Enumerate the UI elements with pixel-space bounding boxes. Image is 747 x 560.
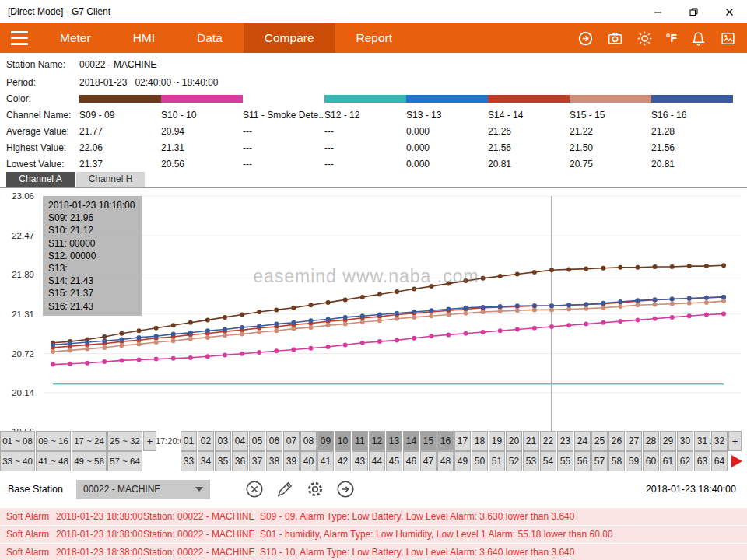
channel-number-button[interactable]: 34 [198, 451, 214, 471]
channel-number-button[interactable]: 61 [660, 451, 676, 471]
base-station-dropdown[interactable]: 00022 - MACHINE [76, 480, 210, 499]
add-channel-button[interactable]: + [728, 431, 742, 451]
channel-group-button[interactable]: 25 ~ 32 [107, 431, 142, 451]
channel-number-button[interactable]: 11 [352, 431, 368, 451]
close-button[interactable] [711, 0, 747, 23]
alarm-row[interactable]: Soft Alarm2018-01-23 18:38:00Station: 00… [0, 526, 747, 543]
alarm-row[interactable]: Soft Alarm2018-01-23 18:38:00Station: 00… [0, 544, 747, 560]
camera-icon[interactable] [607, 30, 623, 47]
refresh-icon[interactable] [577, 30, 594, 47]
channel-number-button[interactable]: 48 [437, 451, 454, 471]
channel-number-button[interactable]: 54 [540, 451, 556, 471]
channel-number-button[interactable]: 21 [523, 431, 539, 451]
nav-item-meter[interactable]: Meter [39, 23, 112, 53]
channel-number-button[interactable]: 30 [677, 431, 693, 451]
channel-number-button[interactable]: 53 [523, 451, 539, 471]
channel-number-button[interactable]: 59 [626, 451, 642, 471]
channel-number-button[interactable]: 50 [472, 451, 488, 471]
menu-icon[interactable] [0, 23, 39, 53]
channel-number-button[interactable]: 24 [574, 431, 591, 451]
channel-number-button[interactable]: 13 [386, 431, 402, 451]
channel-number-button[interactable]: 31 [694, 431, 710, 451]
channel-number-button[interactable]: 02 [198, 431, 214, 451]
nav-item-hmi[interactable]: HMI [112, 23, 176, 53]
channel-number-button[interactable]: 04 [232, 431, 248, 451]
nav-item-compare[interactable]: Compare [244, 23, 335, 53]
channel-group-button[interactable]: 17 ~ 24 [72, 431, 107, 451]
channel-number-button[interactable]: 08 [300, 431, 317, 451]
channel-number-button[interactable]: 47 [420, 451, 437, 471]
channel-group-button[interactable]: 01 ~ 08 [0, 431, 35, 451]
channel-number-button[interactable]: 12 [369, 431, 385, 451]
channel-number-button[interactable]: 35 [215, 451, 231, 471]
channel-number-button[interactable]: 64 [711, 451, 728, 471]
channel-number-button[interactable]: 52 [506, 451, 522, 471]
settings-icon[interactable] [305, 479, 325, 499]
channel-number-button[interactable]: 29 [660, 431, 676, 451]
snapshot-icon[interactable] [720, 30, 736, 47]
tab-channel-h[interactable]: Channel H [76, 172, 145, 187]
restore-button[interactable] [675, 0, 711, 23]
channel-number-button[interactable]: 09 [317, 431, 334, 451]
minimize-button[interactable] [640, 0, 675, 23]
channel-number-button[interactable]: 26 [608, 431, 625, 451]
channel-number-button[interactable]: 51 [489, 451, 505, 471]
channel-number-button[interactable]: 49 [454, 451, 471, 471]
channel-number-button[interactable]: 37 [249, 451, 265, 471]
next-page-arrow-icon[interactable] [731, 455, 742, 467]
add-group-button[interactable]: + [143, 431, 156, 451]
channel-number-button[interactable]: 32 [711, 431, 728, 451]
channel-group-button[interactable]: 41 ~ 48 [36, 451, 71, 471]
channel-number-button[interactable]: 14 [403, 431, 419, 451]
channel-number-button[interactable]: 43 [352, 451, 368, 471]
channel-number-button[interactable]: 27 [626, 431, 642, 451]
channel-number-button[interactable]: 44 [369, 451, 385, 471]
nav-item-report[interactable]: Report [335, 23, 414, 53]
channel-number-button[interactable]: 62 [677, 451, 693, 471]
channel-number-button[interactable]: 23 [557, 431, 573, 451]
channel-group-button[interactable]: 49 ~ 56 [72, 451, 107, 471]
channel-number-button[interactable]: 57 [591, 451, 608, 471]
channel-number-button[interactable]: 25 [591, 431, 608, 451]
tab-channel-a[interactable]: Channel A [6, 172, 75, 187]
channel-number-button[interactable]: 38 [266, 451, 282, 471]
brightness-icon[interactable] [637, 30, 653, 47]
channel-number-button[interactable]: 01 [181, 431, 197, 451]
dismiss-icon[interactable] [244, 479, 265, 499]
channel-group-button[interactable]: 33 ~ 40 [0, 451, 35, 471]
channel-number-button[interactable]: 03 [215, 431, 231, 451]
channel-number-button[interactable]: 10 [335, 431, 351, 451]
channel-number-button[interactable]: 58 [608, 451, 625, 471]
channel-number-button[interactable]: 28 [643, 431, 659, 451]
channel-number-button[interactable]: 22 [540, 431, 556, 451]
channel-number-button[interactable]: 46 [403, 451, 419, 471]
channel-number-button[interactable]: 39 [283, 451, 300, 471]
channel-number-button[interactable]: 42 [335, 451, 351, 471]
channel-number-button[interactable]: 07 [283, 431, 300, 451]
channel-number-button[interactable]: 36 [232, 451, 248, 471]
nav-item-data[interactable]: Data [176, 23, 244, 53]
channel-number-button[interactable]: 45 [386, 451, 402, 471]
edit-icon[interactable] [275, 479, 295, 499]
channel-number-button[interactable]: 60 [643, 451, 659, 471]
channel-number-button[interactable]: 15 [420, 431, 437, 451]
alarm-row[interactable]: Soft Alarm2018-01-23 18:38:00Station: 00… [0, 508, 747, 525]
channel-number-button[interactable]: 20 [506, 431, 522, 451]
channel-number-button[interactable]: 33 [181, 451, 197, 471]
alarm-icon[interactable] [690, 30, 707, 47]
channel-number-button[interactable]: 16 [437, 431, 454, 451]
export-icon[interactable] [335, 479, 356, 499]
channel-number-button[interactable]: 63 [694, 451, 710, 471]
channel-number-button[interactable]: 17 [454, 431, 471, 451]
channel-number-button[interactable]: 05 [249, 431, 265, 451]
channel-number-button[interactable]: 55 [557, 451, 573, 471]
channel-number-button[interactable]: 40 [300, 451, 317, 471]
fahrenheit-icon[interactable]: °F [666, 30, 677, 47]
channel-number-button[interactable]: 56 [574, 451, 591, 471]
channel-group-button[interactable]: 09 ~ 16 [36, 431, 71, 451]
channel-number-button[interactable]: 06 [266, 431, 282, 451]
channel-number-button[interactable]: 19 [489, 431, 505, 451]
channel-number-button[interactable]: 41 [317, 451, 334, 471]
channel-group-button[interactable]: 57 ~ 64 [107, 451, 142, 471]
channel-number-button[interactable]: 18 [472, 431, 488, 451]
